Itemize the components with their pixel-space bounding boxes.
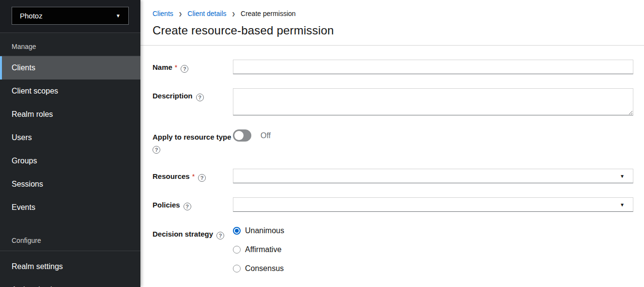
name-row: Name*?: [153, 60, 633, 74]
realm-selector-label: Photoz: [20, 12, 43, 20]
name-control: [233, 60, 633, 74]
resources-control: ▼: [233, 169, 633, 183]
radio-option-affirmative[interactable]: Affirmative: [233, 245, 633, 254]
policies-label-group: Policies?: [153, 197, 233, 212]
resources-label: Resources: [153, 172, 190, 180]
sidebar: Photoz ▼ Manage Clients Client scopes Re…: [0, 0, 140, 287]
radio-label-unanimous: Unanimous: [245, 226, 284, 235]
help-icon[interactable]: ?: [153, 146, 160, 154]
policies-control: ▼: [233, 197, 633, 212]
toggle-state-label: Off: [261, 131, 271, 140]
help-icon[interactable]: ?: [198, 174, 206, 182]
realm-selector-area: Photoz ▼: [0, 0, 140, 33]
apply-toggle-row: Off: [233, 129, 633, 142]
sidebar-item-groups[interactable]: Groups: [0, 149, 140, 173]
decision-strategy-label-group: Decision strategy?: [153, 226, 233, 273]
breadcrumb-link-client-details[interactable]: Client details: [187, 10, 226, 17]
required-asterisk: *: [175, 64, 177, 71]
sidebar-item-events[interactable]: Events: [0, 196, 140, 219]
sidebar-item-client-scopes[interactable]: Client scopes: [0, 80, 140, 103]
radio-option-unanimous[interactable]: Unanimous: [233, 226, 633, 235]
caret-down-icon: ▼: [620, 202, 625, 207]
name-label-group: Name*?: [153, 60, 233, 74]
apply-control: Off: [233, 129, 633, 154]
sidebar-item-realm-roles[interactable]: Realm roles: [0, 103, 140, 126]
apply-label-group: Apply to resource type ?: [153, 129, 233, 154]
required-asterisk: *: [192, 173, 195, 180]
caret-down-icon: ▼: [116, 13, 121, 18]
resources-row: Resources*? ▼: [153, 169, 633, 183]
nav-section-title-manage: Manage: [0, 33, 140, 56]
resources-select[interactable]: ▼: [233, 169, 633, 183]
breadcrumb-separator-icon: ❯: [179, 11, 183, 16]
description-textarea[interactable]: [233, 88, 633, 115]
name-label: Name: [153, 63, 172, 71]
radio-label-affirmative: Affirmative: [245, 245, 281, 254]
nav-list-manage: Clients Client scopes Realm roles Users …: [0, 56, 140, 219]
sidebar-item-users[interactable]: Users: [0, 126, 140, 149]
sidebar-item-authentication[interactable]: Authentication: [0, 278, 140, 287]
help-icon[interactable]: ?: [181, 65, 188, 73]
help-icon[interactable]: ?: [184, 203, 191, 210]
policies-select[interactable]: ▼: [233, 197, 633, 212]
create-permission-form: Name*? Description? Apply to resource ty…: [140, 46, 644, 287]
apply-resource-type-toggle[interactable]: [233, 129, 251, 142]
description-control: [233, 88, 633, 115]
sidebar-item-clients[interactable]: Clients: [0, 56, 140, 80]
sidebar-item-sessions[interactable]: Sessions: [0, 173, 140, 196]
breadcrumb-link-clients[interactable]: Clients: [153, 10, 173, 17]
apply-to-resource-type-row: Apply to resource type ? Off: [153, 129, 633, 154]
toggle-knob: [234, 131, 244, 140]
breadcrumb-current-create-permission: Create permission: [241, 10, 296, 17]
radio-checked-icon[interactable]: [233, 227, 241, 235]
page-header: Clients ❯ Client details ❯ Create permis…: [140, 0, 644, 46]
resources-label-group: Resources*?: [153, 169, 233, 183]
decision-strategy-row: Decision strategy? Unanimous Affirmative…: [153, 226, 633, 273]
nav-section-title-configure: Configure: [0, 234, 140, 251]
breadcrumb-separator-icon: ❯: [232, 11, 236, 16]
radio-option-consensus[interactable]: Consensus: [233, 264, 633, 273]
sidebar-item-realm-settings[interactable]: Realm settings: [0, 255, 140, 278]
help-icon[interactable]: ?: [216, 232, 224, 239]
policies-row: Policies? ▼: [153, 197, 633, 212]
radio-unchecked-icon[interactable]: [233, 246, 241, 254]
radio-unchecked-icon[interactable]: [233, 265, 241, 272]
decision-strategy-control: Unanimous Affirmative Consensus: [233, 226, 633, 273]
decision-strategy-label: Decision strategy: [153, 230, 213, 238]
radio-label-consensus: Consensus: [245, 264, 284, 273]
nav-list-configure: Realm settings Authentication: [0, 251, 140, 287]
description-label-group: Description?: [153, 88, 233, 115]
name-input[interactable]: [233, 60, 633, 74]
help-icon[interactable]: ?: [196, 94, 204, 101]
breadcrumb: Clients ❯ Client details ❯ Create permis…: [153, 10, 632, 17]
apply-to-resource-type-label: Apply to resource type: [153, 133, 231, 141]
realm-selector-button[interactable]: Photoz ▼: [12, 7, 129, 25]
description-row: Description?: [153, 88, 633, 115]
main-content: Clients ❯ Client details ❯ Create permis…: [140, 0, 644, 287]
description-label: Description: [153, 92, 193, 100]
caret-down-icon: ▼: [620, 174, 625, 179]
page-title: Create resource-based permission: [153, 24, 632, 37]
policies-label: Policies: [153, 201, 180, 209]
